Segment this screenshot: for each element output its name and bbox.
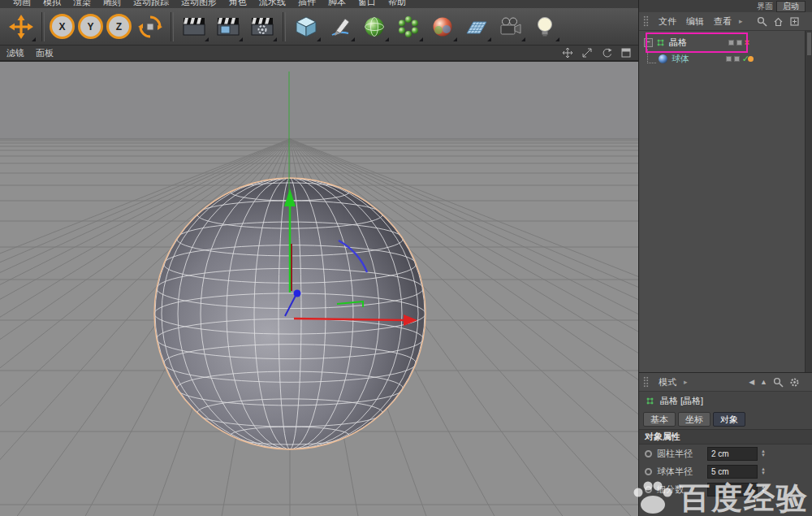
menu-overflow-icon[interactable]: ▸: [737, 17, 745, 25]
interface-selector-row: 界面 启动: [639, 0, 812, 12]
menu-pipeline[interactable]: 流水线: [259, 0, 286, 4]
object-row-lattice[interactable]: − 晶格 ×: [644, 34, 749, 50]
spline-pen-button[interactable]: [324, 11, 356, 43]
toolbar-separator: [283, 12, 286, 41]
sphere-radius-input[interactable]: [707, 465, 758, 479]
object-manager-tree[interactable]: − 晶格 × 球体: [639, 31, 812, 372]
coordinate-system-icon: [138, 15, 162, 39]
history-up-icon[interactable]: ▲: [760, 378, 767, 386]
lattice-object-icon: [645, 396, 655, 406]
keyframe-circle-icon[interactable]: [645, 468, 652, 475]
expander-icon[interactable]: −: [644, 38, 653, 47]
keyframe-circle-icon[interactable]: [645, 486, 652, 493]
keyframe-circle-icon[interactable]: [645, 450, 652, 457]
menu-help[interactable]: 帮助: [388, 0, 406, 4]
viewport-3d[interactable]: [0, 61, 638, 516]
array-generator-button[interactable]: [392, 11, 425, 43]
history-back-icon[interactable]: ◀: [749, 378, 754, 386]
viewport-canvas[interactable]: [0, 62, 638, 516]
tab-coordinates[interactable]: 坐标: [678, 412, 710, 427]
lock-y-axis-button[interactable]: Y: [77, 11, 104, 43]
light-button[interactable]: [529, 11, 561, 43]
menu-script[interactable]: 脚本: [328, 0, 346, 4]
panel-grip-icon[interactable]: [643, 376, 649, 388]
render-settings-button[interactable]: [246, 11, 279, 43]
search-icon[interactable]: [773, 377, 784, 388]
camera-button[interactable]: [495, 11, 527, 43]
menu-sculpt[interactable]: 雕刻: [103, 0, 121, 4]
menu-mograph[interactable]: 运动图形: [181, 0, 217, 4]
tab-basic[interactable]: 基本: [643, 412, 676, 427]
om-scrollbar[interactable]: [805, 31, 812, 372]
subdivisions-input[interactable]: [707, 483, 758, 496]
editor-visibility-dot[interactable]: [726, 56, 732, 62]
object-label[interactable]: 晶格: [669, 37, 687, 49]
object-label[interactable]: 球体: [672, 53, 689, 65]
interface-dropdown[interactable]: 启动: [776, 1, 806, 12]
stepper-arrows-icon[interactable]: ▲▼: [761, 485, 766, 493]
maximize-view-button[interactable]: [620, 47, 632, 59]
rotate-view-button[interactable]: [601, 47, 612, 59]
menu-motion-tracker[interactable]: 运动跟踪: [133, 0, 169, 4]
panel-grip-icon[interactable]: [643, 15, 649, 27]
subdivision-surface-button[interactable]: [358, 11, 391, 43]
zoom-view-button[interactable]: [581, 47, 593, 59]
viewport-menu-filter[interactable]: 滤镜: [6, 47, 24, 59]
om-menu-file[interactable]: 文件: [654, 15, 680, 28]
menu-window[interactable]: 窗口: [358, 0, 376, 4]
render-view-button[interactable]: [178, 11, 210, 43]
cinema4d-window: 动画 模拟 渲染 雕刻 运动跟踪 运动图形 角色 流水线 插件 脚本 窗口 帮助: [0, 0, 812, 516]
om-menu-view[interactable]: 查看: [710, 15, 736, 28]
stepper-arrows-icon[interactable]: ▲▼: [761, 467, 766, 475]
cube-icon: [294, 15, 318, 39]
gear-icon[interactable]: [789, 377, 800, 388]
object-state-marks: ✓: [726, 54, 749, 63]
tree-connector: [647, 50, 656, 63]
cylinder-radius-input[interactable]: [707, 447, 758, 461]
am-menu-mode[interactable]: 模式: [654, 376, 680, 388]
home-icon[interactable]: [773, 16, 784, 27]
camera-icon: [499, 15, 523, 38]
material-sphere-icon: [430, 15, 455, 39]
subdivision-sphere-icon: [362, 15, 387, 39]
lock-z-axis-button[interactable]: Z: [106, 11, 132, 43]
pan-view-button[interactable]: [562, 47, 573, 59]
enable-toggle-off[interactable]: ×: [745, 38, 749, 46]
cube-primitive-button[interactable]: [290, 11, 322, 43]
section-title: 对象属性: [645, 431, 680, 443]
array-spheres-icon: [396, 15, 421, 39]
move-tool-button[interactable]: [5, 11, 37, 43]
editor-visibility-dot[interactable]: [728, 40, 734, 46]
om-scrollbar-thumb[interactable]: [807, 33, 811, 55]
interface-label: 界面: [757, 1, 773, 12]
search-icon[interactable]: [757, 16, 767, 27]
lock-x-axis-button[interactable]: X: [49, 11, 76, 43]
stepper-arrows-icon[interactable]: ▲▼: [761, 449, 766, 457]
viewport-header: 滤镜 面板: [0, 46, 638, 61]
light-bulb-icon: [533, 15, 557, 38]
floor-button[interactable]: [460, 11, 493, 43]
menu-plugins[interactable]: 插件: [298, 0, 316, 4]
render-picture-viewer-icon: [216, 15, 240, 38]
menu-simulate[interactable]: 模拟: [43, 0, 61, 4]
record-state-dot: [748, 56, 754, 62]
menu-character[interactable]: 角色: [229, 0, 247, 4]
object-properties-section-header[interactable]: 对象属性: [639, 429, 812, 444]
viewport-menu-panel[interactable]: 面板: [36, 47, 54, 59]
main-menubar: 动画 模拟 渲染 雕刻 运动跟踪 运动图形 角色 流水线 插件 脚本 窗口 帮助: [0, 0, 651, 8]
render-picture-viewer-button[interactable]: [212, 11, 244, 43]
material-button[interactable]: [426, 11, 459, 43]
tab-object[interactable]: 对象: [713, 412, 745, 427]
gizmo-center-point[interactable]: [294, 290, 301, 297]
render-visibility-dot[interactable]: [734, 56, 740, 62]
render-visibility-dot[interactable]: [736, 40, 742, 46]
menu-overflow-icon[interactable]: ▸: [682, 378, 689, 386]
menu-render[interactable]: 渲染: [73, 0, 91, 4]
param-label: 圆柱半径: [657, 448, 702, 460]
object-manager-menubar: 文件 编辑 查看 ▸: [639, 12, 812, 31]
coordinate-system-button[interactable]: [134, 11, 166, 43]
object-row-sphere[interactable]: 球体 ✓: [644, 50, 749, 67]
om-menu-edit[interactable]: 编辑: [682, 15, 708, 28]
layer-box-icon[interactable]: [789, 16, 800, 27]
menu-animation[interactable]: 动画: [13, 0, 31, 4]
